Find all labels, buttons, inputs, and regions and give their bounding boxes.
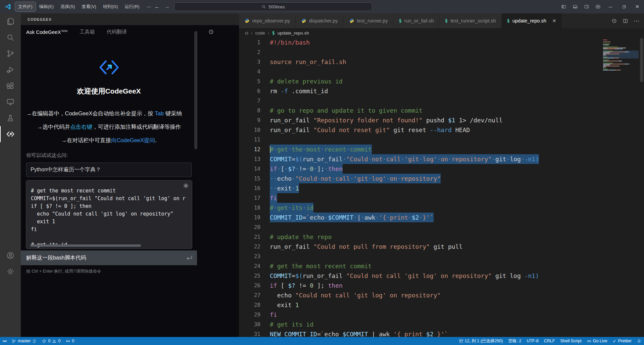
ellipsis-icon[interactable]: ⋯ <box>634 18 639 24</box>
line-number[interactable]: 5 <box>239 76 270 86</box>
code-line[interactable]: 23 <box>239 251 644 261</box>
code-line[interactable]: 1#!/bin/bash <box>239 38 644 47</box>
line-number[interactable]: 29 <box>239 310 270 320</box>
line-number[interactable]: 23 <box>239 251 270 261</box>
tab-test_runner.py[interactable]: test_runner.py <box>344 13 394 28</box>
tab-close-icon[interactable]: ✕ <box>552 18 556 23</box>
clock-history-icon[interactable] <box>611 18 617 24</box>
breadcrumb-item[interactable]: code <box>255 31 265 36</box>
toggle-panel-icon[interactable] <box>569 0 581 13</box>
tab-test_runner_script.sh[interactable]: $test_runner_script.sh <box>440 13 502 28</box>
code-line[interactable]: 3source run_or_fail.sh <box>239 57 644 67</box>
line-number[interactable]: 4 <box>239 67 270 76</box>
suggested-question[interactable]: Python中怎样遍历一个字典？ <box>26 163 192 177</box>
activity-explorer[interactable] <box>0 13 21 30</box>
line-number[interactable]: 10 <box>239 125 270 135</box>
code-line[interactable]: 16··exit·1 <box>239 183 644 193</box>
status-prettier[interactable]: ✓Prettier <box>610 337 634 345</box>
line-number[interactable]: 19 <box>239 213 270 222</box>
code-line[interactable]: 17fi <box>239 193 644 203</box>
status-go-live[interactable]: Go Live <box>584 337 610 345</box>
status-indentation[interactable]: 空格: 2 <box>505 337 524 345</box>
status-language-mode[interactable]: Shell Script <box>557 337 584 345</box>
menu-转到(G)[interactable]: 转到(G) <box>100 2 121 12</box>
code-line[interactable]: 14if·[·$?·!=·0·];·then <box>239 164 644 174</box>
snippet-horizontal-scrollbar[interactable] <box>30 244 141 247</box>
menu-文件(F)[interactable]: 文件(F) <box>15 2 36 12</box>
line-number[interactable]: 26 <box>239 281 270 290</box>
menu-运行(R)[interactable]: 运行(R) <box>121 2 143 12</box>
status-remote-indicator[interactable]: >< <box>0 337 9 345</box>
toggle-secondary-sidebar-icon[interactable] <box>581 0 592 13</box>
status-ports[interactable]: 0 <box>63 337 77 345</box>
status-eol[interactable]: CRLF <box>541 337 558 345</box>
close-icon[interactable]: ✕ <box>631 0 644 13</box>
code-line[interactable]: 11 <box>239 135 644 145</box>
command-center-search[interactable]: 500lines <box>174 2 372 11</box>
line-number[interactable]: 28 <box>239 300 270 310</box>
line-number[interactable]: 9 <box>239 115 270 125</box>
code-line[interactable]: 15··echo·"Could·not·call·'git·log'·on·re… <box>239 174 644 183</box>
line-number[interactable]: 22 <box>239 242 270 251</box>
code-line[interactable]: 21# update the repo <box>239 232 644 242</box>
activity-search[interactable] <box>0 30 21 46</box>
line-number[interactable]: 1 <box>239 38 270 47</box>
code-line[interactable]: 7 <box>239 96 644 106</box>
tab-run_or_fail.sh[interactable]: $run_or_fail.sh <box>393 13 439 28</box>
code-line[interactable]: 4 <box>239 67 644 76</box>
activity-run-and-debug[interactable] <box>0 62 21 78</box>
line-number[interactable]: 13 <box>239 154 270 164</box>
breadcrumb-item[interactable]: ci <box>245 31 248 36</box>
code-line[interactable]: 30# get its id <box>239 320 644 329</box>
panel-tab-Ask CodeGeeX[interactable]: Ask CodeGeeXbeta <box>26 29 67 35</box>
line-number[interactable]: 30 <box>239 320 270 329</box>
breadcrumb-file[interactable]: update_repo.sh <box>278 31 309 36</box>
panel-tab-代码翻译[interactable]: 代码翻译 <box>107 29 127 35</box>
activity-source-control[interactable] <box>0 46 21 62</box>
code-line[interactable]: 19COMMIT_ID=`echo·$COMMIT·|·awk·'{·print… <box>239 213 644 222</box>
line-number[interactable]: 20 <box>239 222 270 232</box>
status-problems[interactable]: 00 <box>39 337 63 345</box>
toggle-sidebar-icon[interactable] <box>558 0 569 13</box>
line-number[interactable]: 25 <box>239 271 270 281</box>
line-number[interactable]: 27 <box>239 290 270 300</box>
menu-选择(S)[interactable]: 选择(S) <box>57 2 78 12</box>
code-line[interactable]: 12#·get·the·most·recent·commit <box>239 145 644 154</box>
menu-编辑(E)[interactable]: 编辑(E) <box>36 2 57 12</box>
history-clock-icon[interactable] <box>208 29 214 35</box>
nav-back-icon[interactable]: ← <box>154 4 160 9</box>
code-line[interactable]: 25COMMIT=$(run_or_fail "Could not call '… <box>239 271 644 281</box>
split-editor-icon[interactable] <box>623 18 628 24</box>
activity-codegeex[interactable] <box>0 126 21 142</box>
activity-extensions[interactable] <box>0 78 21 94</box>
customize-layout-icon[interactable] <box>592 0 604 13</box>
line-number[interactable]: 6 <box>239 86 270 96</box>
status-git-branch[interactable]: master <box>9 337 39 345</box>
line-number[interactable]: 18 <box>239 203 270 213</box>
menu-more-button[interactable]: ⋯ <box>143 2 155 11</box>
status-cursor-position[interactable]: 行 12, 列 1 (已选择250) <box>457 337 506 345</box>
code-line[interactable]: 28 exit 1 <box>239 300 644 310</box>
line-number[interactable]: 31 <box>239 329 270 337</box>
minimap[interactable] <box>603 40 639 71</box>
line-number[interactable]: 3 <box>239 57 270 67</box>
status-encoding[interactable]: UTF-8 <box>524 337 541 345</box>
code-line[interactable]: 20 <box>239 222 644 232</box>
activity-testing[interactable] <box>0 110 21 126</box>
code-line[interactable]: 27 echo "Could not call 'git log' on rep… <box>239 290 644 300</box>
code-line[interactable]: 2 <box>239 47 644 57</box>
chat-input[interactable]: 解释这一段bash脚本代码 <box>21 250 197 265</box>
code-line[interactable]: 8# go to repo and update it to given com… <box>239 106 644 115</box>
code-line[interactable]: 13COMMIT=$(run_or_fail·"Could·not·call·'… <box>239 154 644 164</box>
line-number[interactable]: 2 <box>239 47 270 57</box>
tab-repo_observer.py[interactable]: repo_observer.py <box>239 13 296 28</box>
code-area[interactable]: 1#!/bin/bash23source run_or_fail.sh45# d… <box>239 38 644 337</box>
send-icon[interactable] <box>186 254 193 262</box>
menu-查看(V)[interactable]: 查看(V) <box>78 2 99 12</box>
line-number[interactable]: 16 <box>239 183 270 193</box>
code-line[interactable]: 31NEW_COMMIT_ID=`echo $COMMIT | awk '{ p… <box>239 329 644 337</box>
line-number[interactable]: 12 <box>239 145 270 154</box>
line-number[interactable]: 17 <box>239 193 270 203</box>
code-line[interactable]: 24# get the most recent commit <box>239 261 644 271</box>
nav-forward-icon[interactable]: → <box>164 4 170 9</box>
